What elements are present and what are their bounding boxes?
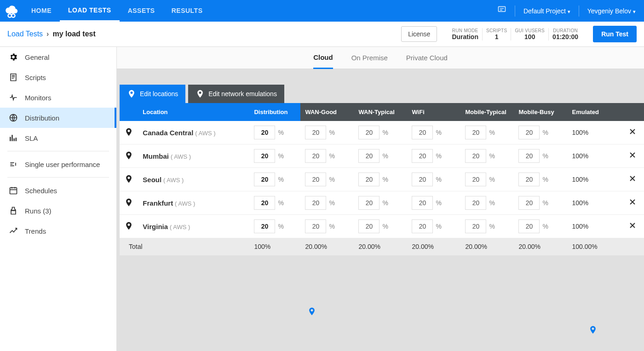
- percent-label: %: [542, 129, 548, 136]
- distribution-input[interactable]: 20: [254, 173, 275, 186]
- chevron-down-icon: ▾: [633, 9, 636, 15]
- wan-good-input[interactable]: 20: [305, 149, 326, 163]
- sidebar-label: General: [25, 53, 49, 61]
- percent-label: %: [329, 199, 334, 207]
- tab-onpremise[interactable]: On Premise: [351, 47, 388, 69]
- sidebar-label: Single user performance: [25, 161, 100, 168]
- wifi-input[interactable]: 20: [412, 126, 433, 139]
- nav-results[interactable]: RESULTS: [163, 0, 211, 22]
- th-emulated: Emulated: [568, 103, 621, 121]
- pulse-icon: [8, 93, 18, 102]
- mobile-busy-input[interactable]: 20: [518, 149, 540, 163]
- distribution-table: Location Distribution WAN-Good WAN-Typic…: [120, 103, 644, 255]
- percent-label: %: [278, 199, 283, 207]
- remove-row-button[interactable]: [621, 191, 644, 215]
- main-content: Cloud On Premise Private Cloud Edit loca…: [117, 47, 644, 351]
- table-row: Mumbai ( AWS )20%20%20%20%20%20%100%: [120, 144, 644, 168]
- distribution-input[interactable]: 20: [254, 126, 275, 139]
- sidebar-item-schedules[interactable]: Schedules: [0, 180, 116, 201]
- run-test-button[interactable]: Run Test: [593, 26, 637, 42]
- breadcrumb: Load Tests › my load test: [7, 30, 96, 38]
- sidebar-item-distribution[interactable]: Distribution: [0, 108, 116, 128]
- location-name: Canada Central: [143, 129, 193, 137]
- app-logo[interactable]: [0, 4, 23, 18]
- mobile-busy-input[interactable]: 20: [518, 219, 540, 233]
- mobile-typical-input[interactable]: 20: [465, 126, 486, 139]
- th-wifi: WiFi: [407, 103, 460, 121]
- distribution-input[interactable]: 20: [254, 196, 275, 210]
- pin-icon: [196, 89, 205, 98]
- percent-label: %: [489, 129, 494, 136]
- sidebar-label: Distribution: [25, 114, 59, 122]
- sidebar-label: Schedules: [25, 187, 57, 195]
- emulated-value: 100%: [568, 121, 621, 144]
- nav-loadtests[interactable]: LOAD TESTS: [60, 0, 120, 22]
- tab-cloud[interactable]: Cloud: [313, 47, 333, 69]
- wan-good-input[interactable]: 20: [305, 219, 326, 233]
- total-dist: 100%: [249, 238, 300, 255]
- metric-duration: DURATION01:20:00: [548, 28, 582, 40]
- user-name: Yevgeniy Belov: [587, 7, 631, 15]
- sidebar-item-single-user[interactable]: Single user performance: [0, 154, 116, 174]
- mobile-busy-input[interactable]: 20: [518, 196, 540, 210]
- wan-typical-input[interactable]: 20: [358, 126, 380, 139]
- mobile-typical-input[interactable]: 20: [465, 149, 486, 163]
- wan-typical-input[interactable]: 20: [358, 173, 380, 186]
- sidebar-item-general[interactable]: General: [0, 47, 116, 67]
- page-header: Load Tests › my load test License RUN MO…: [0, 22, 644, 47]
- mobile-busy-input[interactable]: 20: [518, 126, 540, 139]
- trends-icon: [8, 226, 18, 236]
- total-label: Total: [120, 238, 249, 255]
- location-provider: ( AWS ): [163, 177, 184, 184]
- remove-row-button[interactable]: [621, 168, 644, 191]
- wan-typical-input[interactable]: 20: [358, 196, 380, 210]
- th-distribution: Distribution: [249, 103, 300, 121]
- nav-assets[interactable]: ASSETS: [120, 0, 163, 22]
- edit-network-button[interactable]: Edit network emulations: [188, 85, 284, 103]
- mobile-typical-input[interactable]: 20: [465, 196, 486, 210]
- remove-row-button[interactable]: [621, 215, 644, 238]
- wifi-input[interactable]: 20: [412, 149, 433, 163]
- sidebar-item-sla[interactable]: SLA: [0, 128, 116, 148]
- sidebar-item-monitors[interactable]: Monitors: [0, 87, 116, 108]
- sidebar-item-runs[interactable]: Runs (3): [0, 201, 116, 221]
- percent-label: %: [542, 199, 548, 207]
- license-button[interactable]: License: [401, 26, 437, 42]
- globe-icon: [8, 113, 18, 122]
- mobile-typical-input[interactable]: 20: [465, 219, 486, 233]
- percent-label: %: [382, 129, 388, 136]
- remove-row-button[interactable]: [621, 144, 644, 168]
- mobile-typical-input[interactable]: 20: [465, 173, 486, 186]
- tab-privatecloud[interactable]: Private Cloud: [406, 47, 448, 69]
- wan-good-input[interactable]: 20: [305, 196, 326, 210]
- wifi-input[interactable]: 20: [412, 173, 433, 186]
- percent-label: %: [542, 176, 548, 183]
- project-dropdown[interactable]: Default Project▾: [523, 7, 570, 15]
- breadcrumb-root[interactable]: Load Tests: [7, 30, 43, 38]
- distribution-input[interactable]: 20: [254, 219, 275, 233]
- table-total-row: Total100%20.00%20.00%20.00%20.00%20.00%1…: [120, 238, 644, 255]
- remove-row-button[interactable]: [621, 121, 644, 144]
- flask-icon: [8, 206, 18, 215]
- wan-typical-input[interactable]: 20: [358, 149, 380, 163]
- sidebar-item-trends[interactable]: Trends: [0, 221, 116, 241]
- distribution-input[interactable]: 20: [254, 149, 275, 163]
- percent-label: %: [329, 129, 334, 136]
- wan-good-input[interactable]: 20: [305, 173, 326, 186]
- wifi-input[interactable]: 20: [412, 196, 433, 210]
- sidebar-item-scripts[interactable]: Scripts: [0, 67, 116, 87]
- percent-label: %: [542, 223, 548, 230]
- wan-good-input[interactable]: 20: [305, 126, 326, 139]
- messages-icon[interactable]: [497, 5, 506, 17]
- pin-icon: [124, 127, 133, 137]
- top-navbar: HOME LOAD TESTS ASSETS RESULTS Default P…: [0, 0, 644, 22]
- percent-label: %: [489, 152, 494, 160]
- wan-typical-input[interactable]: 20: [358, 219, 380, 233]
- total-emulated: 100.00%: [568, 238, 621, 255]
- user-dropdown[interactable]: Yevgeniy Belov▾: [587, 7, 636, 15]
- edit-locations-button[interactable]: Edit locations: [120, 85, 185, 103]
- nav-home[interactable]: HOME: [23, 0, 60, 22]
- wifi-input[interactable]: 20: [412, 219, 433, 233]
- mobile-busy-input[interactable]: 20: [518, 173, 540, 186]
- sidebar-label: Scripts: [25, 74, 46, 81]
